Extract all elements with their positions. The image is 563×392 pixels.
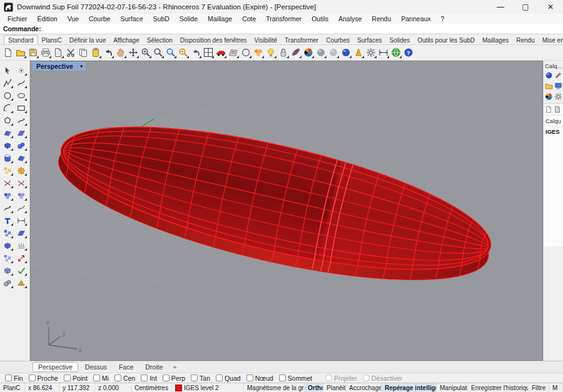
polygon-icon[interactable] — [1, 114, 14, 126]
zoom-window-icon[interactable] — [152, 46, 165, 59]
solids-icon[interactable] — [1, 277, 14, 289]
osnap-checkbox-sommet[interactable] — [279, 374, 286, 381]
extend-icon[interactable] — [1, 202, 14, 214]
ribbon-tab-definir-la-vue[interactable]: Définir la vue — [66, 36, 109, 44]
ghosted-view-icon[interactable] — [327, 46, 340, 59]
point-cloud-icon[interactable] — [252, 46, 265, 59]
rectangle-icon[interactable] — [14, 102, 28, 114]
status-iges-level-2[interactable]: IGES level 2 — [172, 383, 244, 392]
osnap-checkbox-n-ud[interactable] — [246, 374, 253, 381]
point-icon[interactable] — [14, 64, 28, 76]
viewport-canvas[interactable]: zyx — [30, 61, 543, 361]
folder-icon[interactable] — [544, 81, 553, 90]
ribbon-tab-plansc[interactable]: PlansC — [38, 36, 66, 44]
loft-icon[interactable] — [14, 127, 28, 139]
zoom-extents-icon[interactable] — [165, 46, 177, 59]
osnap-checkbox-mi[interactable] — [93, 374, 100, 381]
display-icon[interactable] — [554, 81, 562, 90]
zoom-selected-icon[interactable] — [177, 46, 190, 59]
new-file-icon[interactable] — [2, 46, 14, 59]
menu-edition[interactable]: Édition — [33, 15, 63, 23]
paste-icon[interactable] — [89, 46, 102, 59]
freeform-curve-icon[interactable] — [14, 114, 28, 126]
ribbon-tab-surfaces[interactable]: Surfaces — [353, 36, 385, 44]
polyline-icon[interactable] — [1, 77, 14, 89]
view-tab-perspective[interactable]: Perspective — [33, 362, 78, 372]
export-icon[interactable] — [52, 46, 64, 59]
patch-icon[interactable] — [14, 152, 28, 164]
menu-panneaux[interactable]: Panneaux — [396, 15, 435, 23]
check-icon[interactable] — [14, 264, 28, 276]
cone-icon[interactable] — [352, 46, 365, 59]
view-tab-face[interactable]: Face — [114, 363, 138, 371]
copy-icon[interactable] — [77, 46, 89, 59]
minimize-button[interactable]: — — [488, 0, 513, 14]
osnap-sommet[interactable]: Sommet — [279, 374, 312, 382]
menu-vue[interactable]: Vue — [63, 15, 84, 23]
render-icon[interactable] — [340, 46, 352, 59]
ribbon-tab-rendu[interactable]: Rendu — [512, 36, 538, 44]
help-icon[interactable] — [402, 46, 415, 59]
osnap-checkbox-point[interactable] — [64, 374, 71, 381]
ribbon-tab-mise-en-plan[interactable]: Mise en plan — [539, 36, 563, 44]
viewport-layout-icon[interactable] — [202, 46, 215, 59]
open-file-icon[interactable] — [14, 46, 27, 59]
status-magnetisme-de-la-grille[interactable]: Magnétisme de la grille — [244, 383, 305, 392]
ribbon-tab-selection[interactable]: Sélection — [143, 36, 176, 44]
boolean-icon[interactable] — [1, 164, 14, 176]
dimension-icon[interactable] — [377, 46, 390, 59]
emap-icon[interactable] — [14, 239, 28, 251]
pyramid-icon[interactable] — [14, 277, 28, 289]
layer-row-iges[interactable]: IGES — [544, 126, 563, 136]
osnap-proche[interactable]: Proche — [29, 374, 58, 382]
circle-icon[interactable] — [1, 89, 14, 101]
cage-edit-icon[interactable] — [1, 239, 14, 251]
osnap-cen[interactable]: Cen — [114, 374, 135, 382]
grid-array-icon[interactable] — [1, 252, 14, 264]
status-m[interactable]: M — [549, 383, 563, 392]
view-tab-droite[interactable]: Droite — [140, 363, 168, 371]
status-enregistrer-l-historique[interactable]: Enregistrer l'historique — [468, 383, 529, 392]
ribbon-tab-solides[interactable]: Solides — [385, 36, 413, 44]
ribbon-tab-visibilite[interactable]: Visibilité — [251, 36, 282, 44]
osnap-checkbox-tan[interactable] — [191, 374, 198, 381]
rebuild-curve-icon[interactable] — [14, 202, 28, 214]
gear-icon[interactable] — [554, 92, 562, 101]
delete-layer-icon[interactable] — [553, 105, 562, 114]
scale-icon[interactable] — [14, 252, 28, 264]
split-icon[interactable] — [14, 177, 28, 189]
status-ortho[interactable]: Ortho — [305, 383, 323, 392]
osnap-mi[interactable]: Mi — [93, 374, 109, 382]
menu-transformer[interactable]: Transformer — [261, 15, 307, 23]
osnap-checkbox-cen[interactable] — [114, 374, 121, 381]
surface-icon[interactable] — [1, 127, 14, 139]
layers-icon[interactable] — [544, 92, 553, 101]
blend-icon[interactable] — [14, 189, 28, 201]
ribbon-tab-affichage[interactable]: Affichage — [109, 36, 143, 44]
ellipse-icon[interactable] — [14, 89, 28, 101]
select-icon[interactable] — [1, 64, 14, 76]
pan-icon[interactable] — [114, 46, 127, 59]
menu-outils[interactable]: Outils — [307, 15, 333, 23]
menu-surface[interactable]: Surface — [115, 15, 148, 23]
rotate-view-icon[interactable] — [127, 46, 139, 59]
menu-maillage[interactable]: Maillage — [203, 15, 237, 23]
ribbon-tab-standard[interactable]: Standard — [4, 35, 38, 44]
zoom-dynamic-icon[interactable] — [139, 46, 152, 59]
explode-icon[interactable] — [14, 164, 28, 176]
ribbon-tab-courbes[interactable]: Courbes — [322, 36, 353, 44]
menu-fichier[interactable]: Fichier — [3, 15, 33, 23]
menu-solide[interactable]: Solide — [175, 15, 203, 23]
circle-tool-icon[interactable] — [240, 46, 252, 59]
rotate-copy-icon[interactable] — [1, 264, 14, 276]
array-icon[interactable] — [1, 227, 14, 239]
shaded-view-icon[interactable] — [315, 46, 327, 59]
status-x-86-624[interactable]: x 86.624 — [25, 383, 59, 392]
pen-icon[interactable] — [554, 71, 562, 79]
status-accrochages[interactable]: Accrochages — [346, 383, 382, 392]
osnap-projeter[interactable]: Projeter — [325, 374, 357, 382]
status-y-117-392[interactable]: y 117.392 — [59, 383, 95, 392]
viewport-title[interactable]: Perspective — [33, 62, 77, 71]
layer-state-icon[interactable] — [290, 46, 302, 59]
osnap-checkbox-perp[interactable] — [163, 374, 170, 381]
